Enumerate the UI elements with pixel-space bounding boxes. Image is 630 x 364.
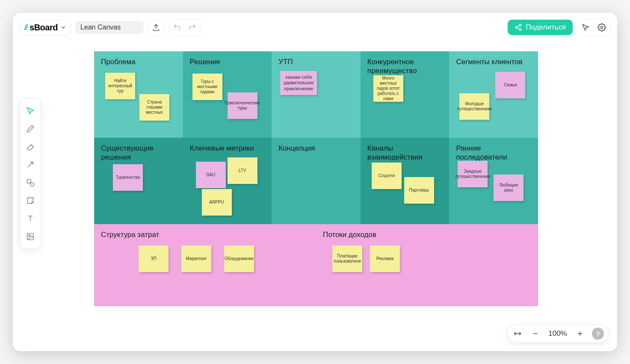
- canvas-cell[interactable]: Концепция: [272, 138, 361, 224]
- help-button[interactable]: ?: [592, 328, 604, 340]
- zoom-in-button[interactable]: [574, 328, 586, 340]
- tool-arrow[interactable]: [22, 156, 39, 173]
- canvas-cell[interactable]: Конкурентное преимуществоМного местных г…: [361, 51, 450, 138]
- topbar-right-icons: [577, 19, 610, 36]
- share-button[interactable]: Поделиться: [508, 20, 573, 35]
- tool-sticky-note[interactable]: [22, 192, 39, 209]
- svg-rect-8: [27, 180, 31, 183]
- canvas-cell[interactable]: РешениеТуры с местными гидамиПриключенче…: [183, 51, 272, 138]
- left-toolbar: [20, 98, 41, 249]
- sticky-note[interactable]: Партнёры: [404, 177, 434, 204]
- sticky-note[interactable]: закажи себе удивительное приключение: [280, 71, 317, 95]
- settings-button[interactable]: [595, 20, 609, 35]
- svg-point-1: [519, 24, 521, 27]
- share-label: Поделиться: [526, 23, 566, 32]
- lean-canvas[interactable]: ПроблемаНайти интересный турСтрана глаза…: [94, 51, 538, 306]
- canvas-cell[interactable]: ПроблемаНайти интересный турСтрана глаза…: [94, 51, 183, 138]
- tool-select[interactable]: [22, 102, 39, 119]
- zoom-out-button[interactable]: [529, 328, 541, 340]
- canvas-row-3: Структура затратЗПМаркетингОборудованиеП…: [94, 224, 538, 306]
- tool-shapes[interactable]: [22, 174, 39, 191]
- undo-button[interactable]: [170, 20, 184, 35]
- sticky-note[interactable]: Реклама: [370, 246, 400, 272]
- svg-point-3: [519, 29, 521, 31]
- canvas-row-2: Существующие решенияТурагенстваКлючевые …: [94, 138, 538, 224]
- sticky-note[interactable]: Молодые путешественники: [459, 93, 489, 120]
- cell-title: Конкурентное преимущество: [367, 57, 443, 76]
- sticky-note[interactable]: Туры с местными гидами: [192, 74, 222, 100]
- tool-pencil[interactable]: [22, 120, 39, 137]
- sticky-note[interactable]: Много местных гидов хотят работать с нам…: [373, 75, 403, 102]
- cell-title: Ранние последователи: [456, 144, 531, 162]
- chevron-down-icon: [60, 24, 66, 30]
- tool-image[interactable]: [22, 228, 39, 245]
- sticky-note[interactable]: Найти интересный тур: [105, 73, 135, 99]
- cursor-mode-button[interactable]: [578, 20, 593, 35]
- cell-title: Потоки доходов: [323, 230, 531, 239]
- svg-line-7: [28, 162, 33, 167]
- canvas-cell[interactable]: Существующие решенияТурагенства: [94, 138, 183, 224]
- svg-line-5: [518, 28, 520, 29]
- sticky-note[interactable]: Платящие пользователи: [332, 246, 362, 272]
- sticky-note[interactable]: Маркетинг: [181, 246, 211, 272]
- app-window: // sBoard Поделиться: [13, 13, 617, 351]
- sticky-note[interactable]: Семьи: [495, 72, 525, 98]
- svg-line-4: [518, 26, 520, 27]
- sticky-note[interactable]: Соцсети: [372, 163, 402, 189]
- redo-button[interactable]: [185, 20, 200, 35]
- zoom-bar: 100% ?: [507, 325, 609, 343]
- cell-title: Ключевые метрики: [190, 144, 265, 153]
- cell-title: Существующие решения: [101, 144, 176, 162]
- sticky-note[interactable]: ЗП: [139, 246, 169, 272]
- logo-menu[interactable]: // sBoard: [20, 20, 71, 36]
- svg-point-9: [30, 183, 34, 186]
- sticky-note[interactable]: Заядлые путешественники: [458, 161, 488, 187]
- canvas-row-1: ПроблемаНайти интересный турСтрана глаза…: [94, 51, 538, 138]
- sticky-note[interactable]: LTV: [228, 157, 257, 184]
- sticky-note[interactable]: Оборудование: [224, 246, 254, 272]
- cell-title: Структура затрат: [101, 230, 309, 239]
- upload-button[interactable]: [148, 19, 164, 36]
- cell-title: Каналы взаимодействия: [367, 144, 443, 162]
- svg-point-13: [29, 235, 30, 236]
- tool-eraser[interactable]: [22, 138, 39, 155]
- cell-title: Проблема: [101, 57, 176, 66]
- svg-point-6: [601, 27, 603, 29]
- sticky-note[interactable]: ARPPU: [202, 189, 232, 216]
- zoom-level[interactable]: 100%: [547, 329, 568, 338]
- sticky-note[interactable]: Приключенческие туры: [228, 92, 257, 119]
- share-icon: [515, 24, 522, 31]
- topbar: // sBoard Поделиться: [20, 19, 610, 36]
- board-title-input[interactable]: [75, 21, 144, 34]
- cell-title: Решение: [190, 57, 265, 66]
- sticky-note[interactable]: Страна глазами местных: [139, 94, 169, 121]
- sticky-note[interactable]: DAU: [196, 162, 226, 188]
- logo-text: sBoard: [30, 23, 58, 33]
- canvas-cell[interactable]: Сегменты клиентовСемьиМолодые путешестве…: [449, 51, 538, 138]
- undo-redo-group: [169, 19, 201, 36]
- fit-to-screen-button[interactable]: [512, 328, 524, 340]
- canvas-cell[interactable]: УТПзакажи себе удивительное приключение: [272, 51, 361, 138]
- sticky-note[interactable]: Любящие риск: [494, 175, 524, 201]
- canvas-cell[interactable]: Ключевые метрикиDAULTVARPPU: [183, 138, 272, 224]
- cell-title: Сегменты клиентов: [456, 57, 531, 66]
- sticky-note[interactable]: Турагенства: [113, 164, 143, 191]
- canvas-cell[interactable]: Потоки доходовПлатящие пользователиРекла…: [316, 224, 538, 306]
- logo-icon: //: [24, 23, 28, 32]
- tool-text[interactable]: [22, 210, 39, 227]
- canvas-cell[interactable]: Структура затратЗПМаркетингОборудование: [94, 224, 316, 306]
- canvas-cell[interactable]: Ранние последователиЗаядлые путешественн…: [449, 138, 538, 224]
- canvas-cell[interactable]: Каналы взаимодействияСоцсетиПартнёры: [361, 138, 450, 224]
- cell-title: УТП: [278, 57, 354, 66]
- cell-title: Концепция: [278, 144, 354, 153]
- svg-point-2: [515, 27, 518, 29]
